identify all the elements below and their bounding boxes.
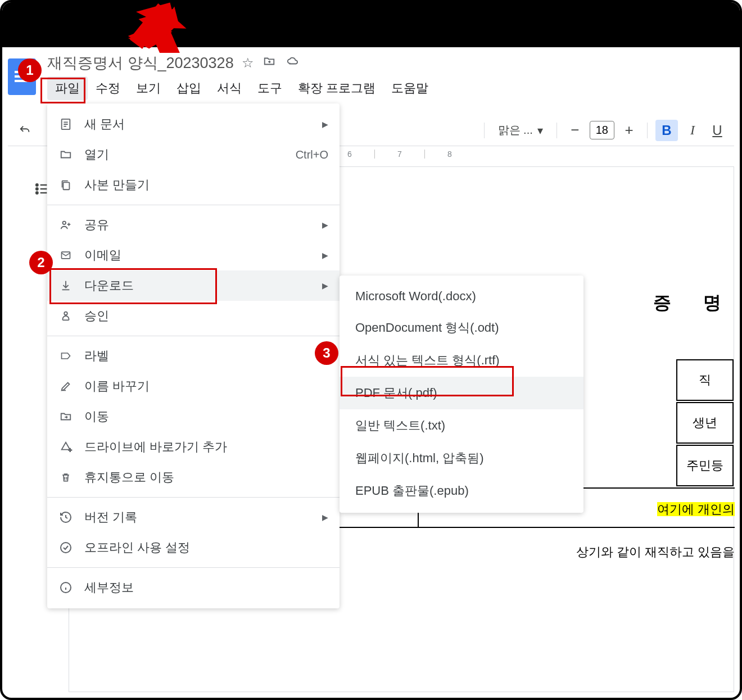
document-table: 직 생년 주민등 — [675, 358, 735, 487]
menu-download[interactable]: 다운로드 ▶ — [47, 270, 340, 301]
svg-rect-13 — [63, 182, 69, 189]
document-icon — [58, 117, 73, 132]
submenu-arrow-icon: ▶ — [322, 251, 328, 260]
file-menu-dropdown: 새 문서 ▶ 열기 Ctrl+O 사본 만들기 공유 ▶ 이메일 ▶ 다운로드 … — [47, 103, 340, 608]
bold-button[interactable]: B — [655, 120, 678, 141]
menu-edit[interactable]: 수정 — [88, 76, 128, 100]
table-cell: 직 — [676, 359, 734, 401]
info-icon — [58, 580, 73, 595]
svg-point-26 — [61, 543, 71, 553]
edit-icon — [58, 379, 73, 394]
submenu-arrow-icon: ▶ — [322, 513, 328, 522]
move-folder-icon[interactable] — [262, 55, 277, 71]
menu-item-label: 드라이브에 바로가기 추가 — [84, 439, 227, 455]
menu-details[interactable]: 세부정보 — [47, 572, 340, 603]
menu-item-label: 다운로드 — [84, 277, 134, 294]
menu-item-label: 이메일 — [84, 247, 121, 264]
menu-share[interactable]: 공유 ▶ — [47, 210, 340, 240]
menu-open[interactable]: 열기 Ctrl+O — [47, 139, 340, 170]
download-submenu: Microsoft Word(.docx) OpenDocument 형식(.o… — [340, 276, 583, 513]
annotation-callout-2: 2 — [29, 251, 53, 274]
cloud-saved-icon[interactable] — [284, 55, 301, 71]
menu-insert[interactable]: 삽입 — [169, 76, 209, 100]
email-icon — [58, 248, 73, 263]
menu-format[interactable]: 서식 — [209, 76, 250, 100]
download-txt[interactable]: 일반 텍스트(.txt) — [340, 409, 583, 442]
document-title[interactable]: 재직증명서 양식_20230328 — [47, 53, 234, 73]
annotation-arrow — [98, 0, 199, 61]
download-rtf[interactable]: 서식 있는 텍스트 형식(.rtf) — [340, 344, 583, 377]
menu-view[interactable]: 보기 — [128, 76, 169, 100]
folder-icon — [58, 147, 73, 162]
svg-point-5 — [36, 188, 38, 190]
history-icon — [58, 510, 73, 525]
underline-button[interactable]: U — [707, 120, 727, 141]
person-add-icon — [58, 218, 73, 232]
menubar: 파일 수정 보기 삽입 서식 도구 확장 프로그램 도움말 — [40, 76, 436, 100]
menu-item-label: 휴지통으로 이동 — [84, 469, 174, 486]
menu-make-copy[interactable]: 사본 만들기 — [47, 170, 340, 200]
download-odt[interactable]: OpenDocument 형식(.odt) — [340, 311, 583, 344]
font-family-select[interactable]: 맑은 ... ▾ — [492, 120, 549, 140]
menu-item-label: 오프라인 사용 설정 — [84, 539, 190, 556]
menu-rename[interactable]: 이름 바꾸기 — [47, 371, 340, 401]
menu-item-label: 공유 — [84, 216, 109, 233]
menu-add-shortcut[interactable]: + 드라이브에 바로가기 추가 — [47, 432, 340, 462]
submenu-arrow-icon: ▶ — [322, 281, 328, 290]
menu-item-label: 이동 — [84, 408, 109, 425]
submenu-arrow-icon: ▶ — [322, 120, 328, 129]
menu-labels[interactable]: 라벨 — [47, 341, 340, 371]
annotation-callout-3: 3 — [315, 341, 338, 365]
keyboard-shortcut: Ctrl+O — [296, 148, 328, 161]
copy-icon — [58, 178, 73, 192]
menu-move[interactable]: 이동 — [47, 401, 340, 432]
menu-file[interactable]: 파일 — [47, 76, 88, 100]
download-icon — [58, 278, 73, 293]
download-html[interactable]: 웹페이지(.html, 압축됨) — [340, 442, 583, 475]
menu-item-label: 라벨 — [84, 347, 109, 364]
menu-extensions[interactable]: 확장 프로그램 — [290, 76, 383, 100]
document-heading: 증 명 — [653, 291, 735, 315]
document-footer-text: 상기와 같이 재직하고 있음을 — [576, 544, 735, 561]
svg-point-20 — [64, 312, 67, 315]
font-size-input[interactable]: 18 — [590, 121, 614, 139]
star-icon[interactable]: ☆ — [242, 55, 254, 71]
menu-item-label: 세부정보 — [84, 579, 134, 596]
svg-marker-2 — [130, 3, 177, 49]
offline-icon — [58, 540, 73, 555]
svg-text:+: + — [69, 446, 72, 453]
svg-point-3 — [36, 184, 38, 186]
menu-help[interactable]: 도움말 — [383, 76, 436, 100]
download-epub[interactable]: EPUB 출판물(.epub) — [340, 475, 583, 507]
menu-approve[interactable]: 승인 — [47, 301, 340, 331]
menu-trash[interactable]: 휴지통으로 이동 — [47, 462, 340, 493]
menu-new-document[interactable]: 새 문서 ▶ — [47, 109, 340, 139]
highlighted-text: 여기에 개인의 — [657, 501, 735, 518]
menu-divider — [47, 336, 340, 336]
download-docx[interactable]: Microsoft Word(.docx) — [340, 281, 583, 311]
menu-version-history[interactable]: 버전 기록 ▶ — [47, 502, 340, 532]
italic-button[interactable]: I — [682, 120, 703, 141]
trash-icon — [58, 470, 73, 485]
approve-icon — [58, 309, 73, 323]
table-cell: 생년 — [676, 402, 734, 444]
increase-font-button[interactable]: + — [619, 120, 639, 141]
undo-button[interactable] — [15, 120, 35, 141]
table-cell: 주민등 — [676, 445, 734, 486]
menu-email[interactable]: 이메일 ▶ — [47, 240, 340, 270]
menu-tools[interactable]: 도구 — [250, 76, 290, 100]
dropdown-caret-icon: ▾ — [537, 124, 543, 137]
drive-shortcut-icon: + — [58, 440, 73, 454]
svg-point-14 — [63, 222, 66, 225]
menu-divider — [47, 205, 340, 205]
label-icon — [58, 349, 73, 363]
menu-offline[interactable]: 오프라인 사용 설정 — [47, 532, 340, 563]
menu-divider — [47, 497, 340, 498]
menu-item-label: 사본 만들기 — [84, 177, 150, 193]
annotation-callout-1: 1 — [18, 58, 42, 82]
menu-item-label: 승인 — [84, 308, 109, 324]
download-pdf[interactable]: PDF 문서(.pdf) — [340, 377, 583, 409]
decrease-font-button[interactable]: − — [565, 120, 585, 141]
submenu-arrow-icon: ▶ — [322, 220, 328, 229]
menu-divider — [47, 567, 340, 568]
